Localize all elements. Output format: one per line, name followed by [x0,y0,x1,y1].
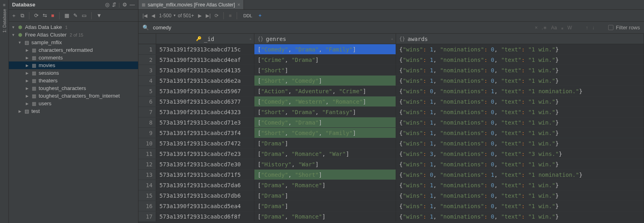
cell-id[interactable]: 573a1390f29313caabcd5967 [156,86,254,96]
table-row[interactable]: 4573a1391f29313caabcd6e2a["Short", "Come… [138,76,644,86]
cell-genres[interactable]: ["Drama"] [254,138,396,148]
result-grid[interactable]: 🔑 _id ÷ {} genres ÷ {} awards 1573a1391f… [138,34,644,223]
row-number[interactable]: 10 [138,138,156,148]
tree-item-users[interactable]: ▶▦users [9,100,138,107]
cell-genres[interactable]: ["Short", "Comedy", "Family"] [254,128,396,138]
cell-awards[interactable]: {"wins": 1, "nominations": 0, "text": "1… [396,190,644,200]
close-icon[interactable]: × [237,2,240,8]
regex-icon[interactable]: .∗ [542,25,547,31]
table-row[interactable]: 15573a1391f29313caabcd7db6["Drama"]{"win… [138,190,644,201]
row-number[interactable]: 15 [138,190,156,200]
whole-word-icon[interactable]: W [568,25,572,31]
duplicate-icon[interactable]: ⧉ [21,12,24,19]
tree-item-toughest-characters-from-internet[interactable]: ▶▦toughest_characters_from_internet [9,92,138,100]
tree-item-test[interactable]: ▶▤test [9,107,138,115]
cell-genres[interactable]: ["Comedy", "Short"] [254,170,396,180]
expand-arrow-icon[interactable]: ▼ [11,33,15,37]
sort-icon[interactable]: ÷ [250,37,252,41]
cell-awards[interactable]: {"wins": 1, "nominations": 0, "text": "1… [396,180,644,190]
tree-item-characters-reformatted[interactable]: ▶▦characters_reformatted [9,46,138,54]
cell-id[interactable]: 573a1391f29313caabcd7e30 [156,159,254,169]
target-icon[interactable]: ◎ [105,2,109,8]
cell-genres[interactable]: ["Drama", "Romance"] [254,180,396,190]
expand-arrow-icon[interactable]: ▶ [25,48,29,52]
cell-genres[interactable]: ["Comedy", "Drama"] [254,117,396,127]
cell-awards[interactable]: {"wins": 1, "nominations": 0, "text": "1… [396,76,644,86]
table-row[interactable]: 16573a1390f29313caabcd5ea4["Drama"]{"win… [138,201,644,211]
row-number[interactable]: 13 [138,170,156,180]
expand-arrow-icon[interactable]: ▶ [18,109,22,113]
cell-awards[interactable]: {"wins": 0, "nominations": 1, "text": "1… [396,170,644,180]
column-awards[interactable]: {} awards [396,34,644,44]
case-icon[interactable]: Aa [551,25,557,31]
cell-genres[interactable]: ["Short"] [254,65,396,75]
collapse-icon[interactable]: ⇵ [112,2,116,8]
cell-genres[interactable]: ["Comedy", "Drama", "Family"] [254,44,396,54]
cell-id[interactable]: 573a1390f29313caabcd6377 [156,96,254,106]
prev-match-icon[interactable]: ↑ [586,25,588,31]
cell-awards[interactable]: {"wins": 1, "nominations": 0, "text": "1… [396,138,644,148]
row-number[interactable]: 6 [138,96,156,106]
table-row[interactable]: 17573a1391f29313caabcd6f8f["Drama", "Rom… [138,211,644,222]
sync-icon[interactable]: ⇆ [43,12,47,18]
cell-genres[interactable]: ["Short", "Drama", "Fantasy"] [254,107,396,117]
row-number[interactable]: 14 [138,180,156,190]
prev-page-icon[interactable]: ◀ [151,13,155,18]
cell-genres[interactable]: ["Comedy", "Western", "Romance"] [254,96,396,106]
table-row[interactable]: 14573a1391f29313caabcd7da6["Drama", "Rom… [138,180,644,190]
next-match-icon[interactable]: ↓ [592,25,594,31]
tree-item-movies[interactable]: ▶▦movies [9,61,138,69]
cell-awards[interactable]: {"wins": 1, "nominations": 0, "text": "1… [396,65,644,75]
row-number[interactable]: 7 [138,107,156,117]
cell-id[interactable]: 573a1391f29313caabcd71f5 [156,170,254,180]
tab-movies[interactable]: ▦ sample_mflix.movies [Free Atlas Cluste… [138,0,244,9]
row-number[interactable]: 2 [138,55,156,65]
table-row[interactable]: 3573a1390f29313caabcd4135["Short"]{"wins… [138,65,644,76]
expand-arrow-icon[interactable]: ▼ [18,41,22,45]
filter-icon[interactable]: ▼ [97,12,102,18]
cell-awards[interactable]: {"wins": 1, "nominations": 0, "text": "1… [396,107,644,117]
expand-arrow-icon[interactable]: ▶ [25,86,29,90]
cell-id[interactable]: 573a1391f29313caabcd7da6 [156,180,254,190]
next-page-icon[interactable]: ▶ [198,13,202,18]
cell-id[interactable]: 573a1391f29313caabcd7e23 [156,149,254,159]
clear-search-icon[interactable]: × [535,25,538,31]
cell-awards[interactable]: {"wins": 1, "nominations": 0, "text": "1… [396,117,644,127]
table-row[interactable]: 12573a1391f29313caabcd7e30["History", "W… [138,159,644,170]
tree-item-toughest-characters[interactable]: ▶▦toughest_characters [9,84,138,92]
column-genres[interactable]: {} genres ÷ [254,34,396,44]
cell-awards[interactable]: {"wins": 1, "nominations": 0, "text": "1… [396,44,644,54]
table-view-icon[interactable]: ▦ [64,12,69,18]
tool-window-stripe[interactable]: ≡ 1: Database [0,0,9,223]
add-icon[interactable]: ＋ [11,12,17,19]
search-input[interactable] [153,25,531,31]
table-row[interactable]: 5573a1390f29313caabcd5967["Action", "Adv… [138,86,644,96]
row-number[interactable]: 5 [138,86,156,96]
cell-id[interactable]: 573a1391f29313caabcd7472 [156,138,254,148]
row-number[interactable]: 8 [138,117,156,127]
cell-id[interactable]: 573a1390f29313caabcd5ea4 [156,201,254,211]
page-info[interactable]: 1-500 ▼ of 501+ [159,13,194,18]
column-id[interactable]: 🔑 _id ÷ [156,34,254,44]
expand-arrow-icon[interactable]: ▶ [25,94,29,98]
cell-id[interactable]: 573a1391f29313caabcd7db6 [156,190,254,200]
expand-arrow-icon[interactable]: ▶ [25,71,29,75]
tree-item-sample-mflix[interactable]: ▼▤sample_mflix [9,39,138,46]
expand-arrow-icon[interactable]: ▶ [25,63,29,68]
table-row[interactable]: 13573a1391f29313caabcd71f5["Comedy", "Sh… [138,170,644,180]
row-number[interactable]: 3 [138,65,156,75]
cell-id[interactable]: 573a1390f29313caabcd4135 [156,65,254,75]
row-number[interactable]: 11 [138,149,156,159]
refresh-icon[interactable]: ⟳ [34,12,39,18]
sort-icon[interactable]: ÷ [391,37,393,41]
cell-id[interactable]: 573a1391f29313caabcd71e3 [156,117,254,127]
row-number[interactable]: 16 [138,201,156,211]
cell-awards[interactable]: {"wins": 0, "nominations": 1, "text": "1… [396,86,644,96]
row-number[interactable]: 1 [138,44,156,54]
ddl-button[interactable]: DDL [242,12,254,19]
cell-id[interactable]: 573a1391f29313caabcd6f8f [156,211,254,221]
row-number[interactable]: 4 [138,76,156,86]
table-row[interactable]: 6573a1390f29313caabcd6377["Comedy", "Wes… [138,96,644,107]
cell-genres[interactable]: ["History", "War"] [254,159,396,169]
cell-id[interactable]: 573a1390f29313caabcd4eaf [156,55,254,65]
